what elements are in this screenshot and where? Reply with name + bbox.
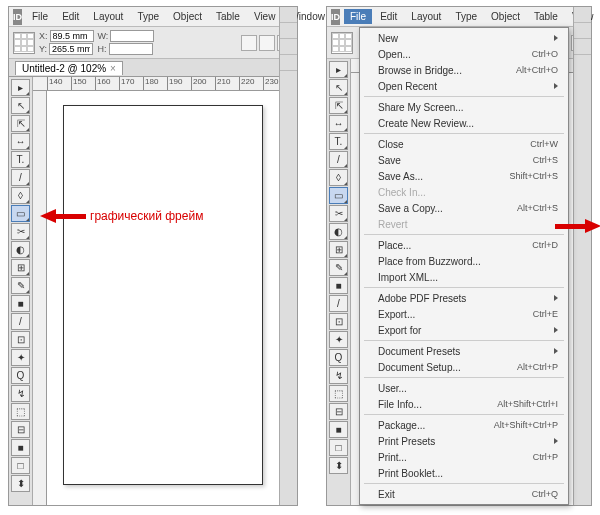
menu-item[interactable]: Package...Alt+Shift+Ctrl+P xyxy=(360,417,568,433)
tool-button[interactable]: ✦ xyxy=(11,349,30,366)
menu-item[interactable]: Document Setup...Alt+Ctrl+P xyxy=(360,359,568,375)
menu-item[interactable]: Open...Ctrl+O xyxy=(360,46,568,62)
menu-item[interactable]: Export for xyxy=(360,322,568,338)
menu-item[interactable]: Document Presets xyxy=(360,343,568,359)
tool-button[interactable]: ▸ xyxy=(329,61,348,78)
tool-button[interactable]: ↯ xyxy=(329,367,348,384)
menu-item[interactable]: SaveCtrl+S xyxy=(360,152,568,168)
tool-button[interactable]: Q xyxy=(329,349,348,366)
menu-item-label: Package... xyxy=(378,420,425,431)
tool-button[interactable]: ⬚ xyxy=(11,403,30,420)
menu-file[interactable]: File xyxy=(344,9,372,24)
h-input[interactable] xyxy=(109,43,153,55)
menu-layout[interactable]: Layout xyxy=(87,9,129,24)
tool-button[interactable]: ↔ xyxy=(11,133,30,150)
tool-button[interactable]: ↯ xyxy=(11,385,30,402)
canvas[interactable]: 140150160170180190200210220230240 xyxy=(33,77,297,505)
reference-point-grid[interactable] xyxy=(331,32,353,54)
menu-item[interactable]: File Info...Alt+Shift+Ctrl+I xyxy=(360,396,568,412)
menu-item[interactable]: Adobe PDF Presets xyxy=(360,290,568,306)
menu-view[interactable]: View xyxy=(248,9,282,24)
menu-item[interactable]: Place from Buzzword... xyxy=(360,253,568,269)
menu-item[interactable]: New xyxy=(360,30,568,46)
menu-file[interactable]: File xyxy=(26,9,54,24)
tool-button[interactable]: ⊞ xyxy=(11,259,30,276)
tool-button[interactable]: / xyxy=(11,169,30,186)
menu-object[interactable]: Object xyxy=(167,9,208,24)
menu-edit[interactable]: Edit xyxy=(56,9,85,24)
tool-button[interactable]: ■ xyxy=(329,277,348,294)
tool-button[interactable]: ⊡ xyxy=(329,313,348,330)
document-tab[interactable]: Untitled-2 @ 102%× xyxy=(15,61,123,75)
menu-table[interactable]: Table xyxy=(528,9,564,24)
tool-button[interactable]: ■ xyxy=(329,421,348,438)
tool-button[interactable]: ◊ xyxy=(329,169,348,186)
tool-button[interactable]: / xyxy=(329,151,348,168)
menu-edit[interactable]: Edit xyxy=(374,9,403,24)
tool-button[interactable]: ↔ xyxy=(329,115,348,132)
tool-button[interactable]: / xyxy=(329,295,348,312)
tool-button[interactable]: ✦ xyxy=(329,331,348,348)
tool-button[interactable]: ⊟ xyxy=(11,421,30,438)
x-input[interactable] xyxy=(50,30,94,42)
tool-button[interactable]: T. xyxy=(11,151,30,168)
menu-item[interactable]: Create New Review... xyxy=(360,115,568,131)
menu-item-label: Adobe PDF Presets xyxy=(378,293,466,304)
tool-button[interactable]: □ xyxy=(329,439,348,456)
menu-item[interactable]: Print Presets xyxy=(360,433,568,449)
menu-object[interactable]: Object xyxy=(485,9,526,24)
menu-item[interactable]: Open Recent xyxy=(360,78,568,94)
menu-item[interactable]: CloseCtrl+W xyxy=(360,136,568,152)
menu-item[interactable]: Browse in Bridge...Alt+Ctrl+O xyxy=(360,62,568,78)
menu-type[interactable]: Type xyxy=(131,9,165,24)
tool-button[interactable]: ✎ xyxy=(11,277,30,294)
y-input[interactable] xyxy=(49,43,93,55)
tool-button[interactable]: ⇱ xyxy=(329,97,348,114)
tool-button[interactable]: ⬍ xyxy=(329,457,348,474)
menu-item[interactable]: Print Booklet... xyxy=(360,465,568,481)
tool-button[interactable]: ✂ xyxy=(329,205,348,222)
tool-button[interactable]: ⬚ xyxy=(329,385,348,402)
tool-button[interactable]: ⇱ xyxy=(11,115,30,132)
menu-item[interactable]: ExitCtrl+Q xyxy=(360,486,568,502)
tool-button[interactable]: ✂ xyxy=(11,223,30,240)
menu-table[interactable]: Table xyxy=(210,9,246,24)
menu-layout[interactable]: Layout xyxy=(405,9,447,24)
toolbar-icon[interactable] xyxy=(259,35,275,51)
menu-item[interactable]: Share My Screen... xyxy=(360,99,568,115)
tool-button[interactable]: / xyxy=(11,313,30,330)
tool-button[interactable]: ▭ xyxy=(329,187,348,204)
document-page[interactable] xyxy=(63,105,263,485)
menu-item[interactable]: Import XML... xyxy=(360,269,568,285)
tool-button[interactable]: ■ xyxy=(11,439,30,456)
menu-item[interactable]: Export...Ctrl+E xyxy=(360,306,568,322)
tool-button[interactable]: ⊡ xyxy=(11,331,30,348)
tool-button[interactable]: ↖ xyxy=(329,79,348,96)
tool-button[interactable]: ▸ xyxy=(11,79,30,96)
tool-button[interactable]: ▭ xyxy=(11,205,30,222)
tool-button[interactable]: ◐ xyxy=(11,241,30,258)
tool-button[interactable]: ■ xyxy=(11,295,30,312)
menu-item[interactable]: Print...Ctrl+P xyxy=(360,449,568,465)
toolbar-icon[interactable] xyxy=(241,35,257,51)
tool-button[interactable]: ⬍ xyxy=(11,475,30,492)
tool-button[interactable]: ⊞ xyxy=(329,241,348,258)
tool-button[interactable]: ⊟ xyxy=(329,403,348,420)
reference-point-grid[interactable] xyxy=(13,32,35,54)
menu-item[interactable]: Save a Copy...Alt+Ctrl+S xyxy=(360,200,568,216)
tool-button[interactable]: ↖ xyxy=(11,97,30,114)
tool-button[interactable]: Q xyxy=(11,367,30,384)
menu-shortcut: Ctrl+S xyxy=(533,155,558,165)
menu-item[interactable]: Place...Ctrl+D xyxy=(360,237,568,253)
menu-type[interactable]: Type xyxy=(449,9,483,24)
menu-item-label: User... xyxy=(378,383,407,394)
tool-button[interactable]: □ xyxy=(11,457,30,474)
tool-button[interactable]: ◐ xyxy=(329,223,348,240)
tool-button[interactable]: ✎ xyxy=(329,259,348,276)
menu-item[interactable]: Save As...Shift+Ctrl+S xyxy=(360,168,568,184)
close-icon[interactable]: × xyxy=(110,63,116,74)
tool-button[interactable]: T. xyxy=(329,133,348,150)
menu-item[interactable]: User... xyxy=(360,380,568,396)
w-input[interactable] xyxy=(110,30,154,42)
tool-button[interactable]: ◊ xyxy=(11,187,30,204)
